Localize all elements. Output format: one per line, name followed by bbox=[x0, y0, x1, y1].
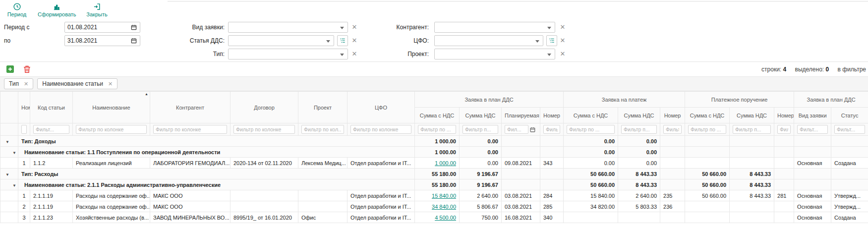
column-header[interactable]: Проект bbox=[298, 92, 347, 123]
period-from-input[interactable]: 01.08.2021 bbox=[64, 22, 140, 33]
column-filter-input[interactable] bbox=[233, 125, 295, 134]
column-header[interactable]: Статус bbox=[831, 108, 868, 123]
column-filter-input[interactable] bbox=[543, 125, 560, 134]
column-filter-input[interactable] bbox=[663, 125, 682, 134]
column-header[interactable]: Ном П/ bbox=[18, 92, 30, 123]
column-filter-input[interactable] bbox=[621, 125, 657, 134]
project-clear-button[interactable]: ✕ bbox=[559, 50, 567, 58]
group-total-cell: 50 660.00 bbox=[564, 169, 618, 179]
column-filter-input[interactable] bbox=[797, 125, 828, 134]
column-filter-input[interactable] bbox=[33, 125, 69, 134]
column-filter-input[interactable] bbox=[418, 125, 456, 134]
delete-row-button[interactable] bbox=[22, 64, 33, 75]
column-filter-input[interactable] bbox=[567, 125, 615, 134]
type-select[interactable] bbox=[228, 49, 348, 59]
column-filter-input[interactable] bbox=[505, 125, 528, 134]
cfo-clear-button[interactable]: ✕ bbox=[559, 37, 567, 45]
collapse-icon[interactable]: ▼ bbox=[12, 151, 16, 155]
collapse-icon[interactable]: ▼ bbox=[12, 183, 16, 188]
filter-cell bbox=[73, 123, 150, 136]
amount-link[interactable]: 1 000.00 bbox=[435, 160, 456, 166]
column-filter-input[interactable] bbox=[350, 125, 411, 134]
table-row[interactable]: 32.1.1.23Хозяйственные расходы (в...ЗАВО… bbox=[0, 212, 868, 223]
column-filter-input[interactable] bbox=[733, 125, 771, 134]
column-header[interactable]: Договор bbox=[231, 92, 298, 123]
column-filter-input[interactable] bbox=[301, 125, 344, 134]
collapse-icon[interactable]: ▼ bbox=[5, 140, 9, 144]
column-filter-input[interactable] bbox=[777, 125, 791, 134]
period-to-input[interactable]: 31.08.2021 bbox=[64, 35, 140, 46]
dds-article-clear-button[interactable]: ✕ bbox=[350, 37, 358, 45]
cell: 50 660.00 bbox=[685, 190, 730, 201]
filter-cell bbox=[460, 123, 502, 136]
subgroup-row[interactable]: ▼Наименование статьи: 1.1 Поступления по… bbox=[0, 147, 868, 158]
request-kind-select[interactable] bbox=[228, 22, 348, 33]
dds-article-select[interactable] bbox=[228, 35, 334, 46]
column-header[interactable] bbox=[0, 92, 18, 123]
column-header[interactable]: Наименование▲ bbox=[73, 92, 150, 123]
calendar-icon[interactable] bbox=[529, 126, 537, 133]
calendar-icon[interactable] bbox=[130, 37, 137, 44]
column-header[interactable]: ЦФО bbox=[347, 92, 415, 123]
chip-remove-icon[interactable]: ✕ bbox=[108, 81, 113, 87]
table-row[interactable]: 12.1.1.19Расходы на содержание оф...МАКС… bbox=[0, 190, 868, 201]
group-total-cell bbox=[660, 147, 685, 158]
column-filter-input[interactable] bbox=[21, 125, 27, 134]
subgroup-row[interactable]: ▼Наименование статьи: 2.1.1 Расходы адми… bbox=[0, 179, 868, 190]
main-toolbar: Период Сформировать Закрыть bbox=[0, 0, 868, 21]
column-header[interactable]: Планируемая дата bbox=[502, 108, 540, 123]
column-header[interactable]: Вид заявки bbox=[794, 108, 831, 123]
column-filter-input[interactable] bbox=[688, 125, 726, 134]
group-total-cell bbox=[730, 147, 774, 158]
cfo-select[interactable] bbox=[434, 35, 543, 46]
request-kind-clear-button[interactable]: ✕ bbox=[350, 23, 358, 31]
cell: 0.00 bbox=[460, 158, 502, 169]
column-filter-input[interactable] bbox=[834, 125, 865, 134]
column-header[interactable]: Номер bbox=[774, 108, 794, 123]
group-row[interactable]: ▼Тип: Доходы1 000.000.000.000.00 bbox=[0, 136, 868, 147]
rows-label: строки: bbox=[761, 66, 781, 73]
group-total-cell bbox=[831, 147, 868, 158]
filter-cell bbox=[685, 123, 730, 136]
column-header[interactable]: Сумма НДС bbox=[460, 108, 502, 123]
filter-cell bbox=[415, 123, 460, 136]
counterparty-select[interactable] bbox=[434, 22, 555, 33]
group-chip-type[interactable]: Тип ✕ bbox=[4, 78, 33, 89]
column-header[interactable]: Сумма с НДС bbox=[564, 108, 618, 123]
trash-icon bbox=[22, 64, 32, 74]
dds-article-tree-button[interactable] bbox=[337, 35, 348, 46]
add-row-button[interactable] bbox=[5, 64, 16, 75]
period-button-label: Период bbox=[7, 11, 27, 17]
amount-link[interactable]: 15 840.00 bbox=[432, 193, 456, 199]
filter-cell bbox=[774, 123, 794, 136]
column-header[interactable]: Сумма с НДС bbox=[415, 108, 460, 123]
table-row[interactable]: 11.1.2Реализация лицензийЛАБОРАТОРИЯ ГЕМ… bbox=[0, 158, 868, 169]
type-clear-button[interactable]: ✕ bbox=[350, 50, 358, 58]
generate-button[interactable]: Сформировать bbox=[38, 2, 76, 17]
column-filter-input[interactable] bbox=[76, 125, 147, 134]
group-chip-article-name[interactable]: Наименование статьи ✕ bbox=[37, 78, 117, 89]
column-header[interactable]: Код статьи bbox=[30, 92, 73, 123]
close-button[interactable]: Закрыть bbox=[86, 2, 108, 17]
column-header[interactable]: Номер bbox=[540, 108, 564, 123]
column-header[interactable]: Сумма НДС bbox=[730, 108, 774, 123]
calendar-icon[interactable] bbox=[130, 24, 137, 31]
cell: 281 bbox=[774, 190, 794, 201]
column-filter-input[interactable] bbox=[153, 125, 227, 134]
column-header[interactable]: Сумма НДС bbox=[618, 108, 660, 123]
table-row[interactable]: 22.1.1.19Расходы на содержание оф...МАКС… bbox=[0, 201, 868, 212]
request-kind-label: Вид заявки: bbox=[169, 22, 225, 33]
column-header[interactable]: Сумма с НДС bbox=[685, 108, 730, 123]
column-header[interactable]: Номер bbox=[660, 108, 685, 123]
counterparty-clear-button[interactable]: ✕ bbox=[559, 23, 567, 31]
amount-link[interactable]: 34 840.00 bbox=[432, 204, 456, 210]
project-select[interactable] bbox=[434, 49, 555, 59]
amount-link[interactable]: 4 500.00 bbox=[435, 215, 456, 221]
chip-remove-icon[interactable]: ✕ bbox=[24, 81, 28, 87]
cfo-tree-button[interactable] bbox=[546, 35, 557, 46]
period-button[interactable]: Период bbox=[6, 2, 28, 17]
column-header[interactable]: Контрагент bbox=[150, 92, 231, 123]
column-filter-input[interactable] bbox=[463, 125, 498, 134]
collapse-icon[interactable]: ▼ bbox=[5, 173, 9, 177]
group-row[interactable]: ▼Тип: Расходы55 180.009 196.6750 660.008… bbox=[0, 169, 868, 179]
